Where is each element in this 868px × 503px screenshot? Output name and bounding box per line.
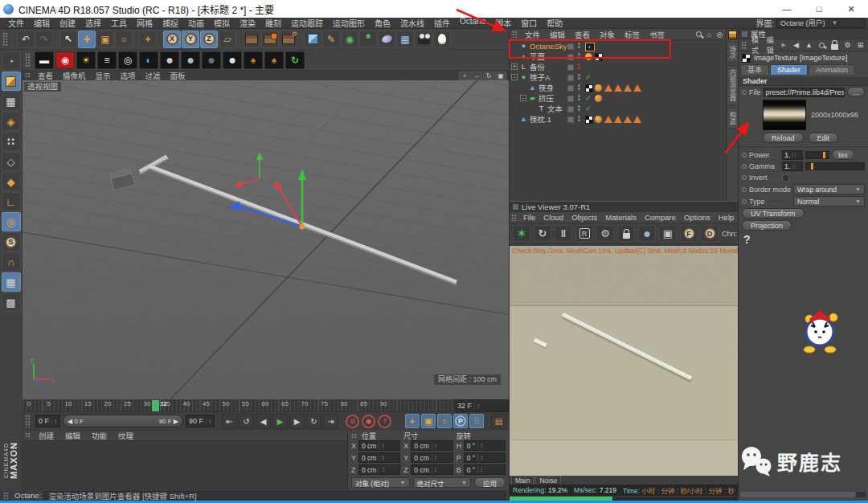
tri-tag-icon[interactable] — [614, 116, 622, 123]
start-frame-field[interactable]: 0 F ↕ — [35, 415, 60, 427]
drag-handle-icon[interactable] — [351, 433, 357, 440]
tri-tag-icon[interactable] — [604, 84, 612, 92]
workplane-rotate-icon[interactable]: ▩ — [2, 292, 21, 312]
move-icon[interactable]: + — [78, 31, 96, 48]
uv-transform-button[interactable]: UV Transform — [742, 208, 805, 219]
search-icon[interactable] — [817, 40, 827, 51]
filter-icon[interactable]: ◎ — [714, 30, 725, 39]
material-menu-edit[interactable]: 编辑 — [59, 430, 86, 441]
render-view-icon[interactable] — [243, 31, 260, 48]
keyframe-dot-icon[interactable] — [742, 164, 747, 169]
position-y-field[interactable]: 0 cm↕ — [358, 452, 400, 463]
timeline-mode-button[interactable]: ▤ — [491, 414, 506, 429]
browse-button[interactable]: ... — [847, 87, 865, 97]
render-settings-icon[interactable]: ⚙ — [596, 225, 614, 242]
tri-tag-icon[interactable] — [633, 116, 641, 123]
object-name[interactable]: 挤压 — [538, 93, 554, 104]
tree-row-extrude[interactable]: -▰挤压✓ — [510, 93, 726, 104]
viewport-menu-view[interactable]: 查看 — [33, 70, 58, 81]
tri-tag-icon[interactable] — [624, 116, 632, 123]
object-name[interactable]: 备份 — [530, 62, 545, 72]
size-z-field[interactable]: 0 cm↕ — [411, 464, 452, 475]
visibility-dots[interactable] — [578, 74, 580, 80]
record-keyframe-button[interactable]: ⊘ — [346, 415, 359, 428]
apply-button[interactable]: 应用 — [474, 477, 506, 488]
drag-handle-icon[interactable] — [741, 41, 747, 49]
octane-scatter-surface-icon[interactable]: ♠ — [264, 51, 284, 69]
tree-row-chopsticks-a[interactable]: -●筷子A✓ — [510, 72, 726, 83]
home-icon[interactable]: ⌂ — [704, 30, 714, 39]
octane-mix-material-icon[interactable]: ● — [223, 51, 242, 69]
material-preview-icon[interactable]: ● — [638, 225, 656, 242]
rotation-h-field[interactable]: 0 °↕ — [464, 440, 506, 451]
menu-tools[interactable]: 工具 — [106, 17, 132, 29]
lv-menu-objects[interactable]: Objects — [567, 213, 601, 222]
next-frame-button[interactable]: ▶ — [289, 414, 305, 429]
material-menu-function[interactable]: 功能 — [86, 430, 113, 441]
prev-frame-button[interactable]: ◀ — [256, 414, 271, 429]
object-name[interactable]: 筷枕.1 — [530, 114, 551, 125]
add-mograph-icon[interactable]: * — [359, 31, 377, 48]
invert-checkbox[interactable] — [782, 174, 789, 182]
value-spinner-icon[interactable]: ↕ — [432, 466, 437, 473]
gizmo-center-handle[interactable] — [300, 224, 305, 230]
cursor-icon[interactable]: ▲ — [804, 40, 814, 51]
minimize-button[interactable]: — — [773, 1, 800, 17]
gamma-field[interactable]: 1. ↕ — [782, 162, 803, 171]
live-selection-icon[interactable]: ↖ — [59, 31, 77, 48]
octane-diffuse-material-icon[interactable]: ● — [160, 51, 179, 69]
mat-tag-icon[interactable] — [595, 84, 602, 92]
editor-toggle[interactable] — [567, 64, 574, 71]
editor-toggle[interactable] — [567, 43, 574, 50]
viewport-solo-icon[interactable]: ◎ — [2, 212, 21, 231]
region-render-icon[interactable]: R — [575, 225, 593, 242]
viewport-menu-panel[interactable]: 面板 — [166, 70, 190, 81]
menu-window[interactable]: 窗口 — [516, 17, 542, 29]
menu-render[interactable]: 渲染 — [235, 17, 260, 29]
add-spline-icon[interactable]: ✎ — [322, 31, 340, 48]
playhead[interactable] — [152, 400, 159, 411]
tab-animation[interactable]: Animation — [809, 64, 855, 76]
octane-daylight-icon[interactable]: ☀ — [76, 51, 96, 69]
visibility-dots[interactable] — [578, 105, 580, 111]
tri-tag-icon[interactable] — [614, 84, 622, 92]
lock-z-icon[interactable]: Z — [200, 31, 218, 48]
keyframe-dot-icon[interactable] — [742, 199, 747, 204]
menu-snap[interactable]: 捕捉 — [158, 17, 183, 29]
menu-mesh[interactable]: 网格 — [132, 17, 158, 29]
mode-menu[interactable]: 模式 — [751, 35, 764, 55]
polygons-mode-icon[interactable]: ◆ — [2, 172, 21, 191]
keyframe-dot-icon[interactable] — [742, 187, 747, 192]
menu-character[interactable]: 角色 — [370, 17, 395, 29]
mat-tag-icon[interactable] — [585, 53, 592, 60]
object-name[interactable]: 筷子A — [530, 72, 550, 83]
keyframe-dot-icon[interactable] — [742, 90, 747, 95]
visibility-dots[interactable] — [578, 53, 580, 59]
octane-texture-environment-icon[interactable]: ◎ — [118, 51, 137, 69]
timeline-ruler[interactable]: 05101520253035404550556065707580859032 — [23, 399, 454, 411]
enabled-checkmark-icon[interactable]: ✓ — [585, 104, 592, 114]
lock-icon[interactable] — [829, 40, 840, 51]
white-balance-picker-icon[interactable]: D — [701, 225, 719, 242]
enabled-checkmark-icon[interactable]: ✓ — [585, 93, 592, 104]
rotate-icon[interactable]: ○ — [115, 31, 133, 48]
value-spinner-icon[interactable]: ↕ — [792, 152, 797, 157]
object-name[interactable]: 文本 — [547, 104, 563, 114]
lv-menu-compare[interactable]: Compare — [641, 213, 680, 222]
viewport-label[interactable]: 透视视图 — [24, 82, 61, 92]
viewport-menu-cameras[interactable]: 摄像机 — [58, 70, 91, 81]
tab-basic[interactable]: 基本 — [740, 64, 769, 76]
value-spinner-icon[interactable]: ↕ — [379, 442, 384, 449]
redo-icon[interactable]: ↷ — [35, 31, 53, 48]
magnet-snap-icon[interactable]: ∩ — [2, 252, 21, 272]
focus-picker-icon[interactable]: F — [680, 225, 698, 242]
menu-edit[interactable]: 编辑 — [29, 17, 55, 29]
tri-tag-icon[interactable] — [604, 116, 612, 123]
viewport-canvas[interactable]: y x z 透视视图 网格间距 : 100 cm — [23, 80, 509, 399]
side-tab-takes[interactable]: 场次 — [727, 42, 739, 63]
key-position-button[interactable]: + — [405, 414, 420, 428]
octane-glossy-material-icon[interactable]: ● — [181, 51, 200, 69]
visibility-dots[interactable] — [578, 43, 580, 48]
octane-camera-icon[interactable]: ◉ — [55, 51, 75, 69]
add-panel-icon[interactable]: ⊞ — [855, 40, 866, 51]
